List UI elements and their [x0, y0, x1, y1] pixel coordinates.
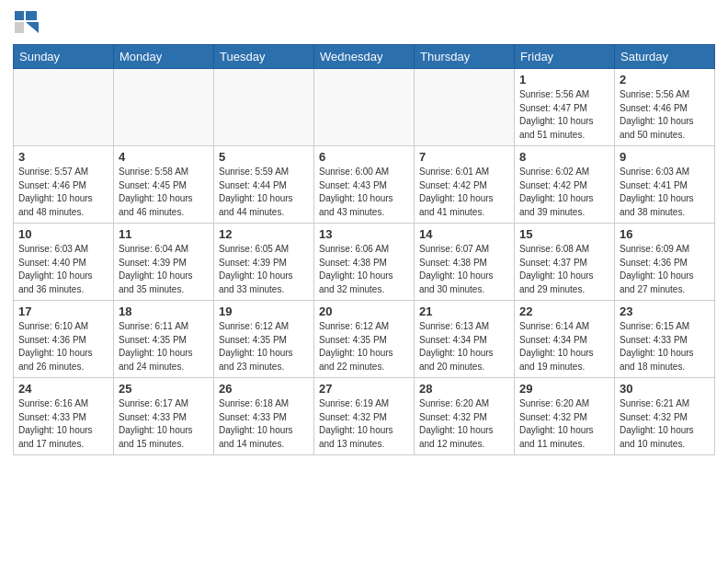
day-number: 20: [319, 304, 409, 318]
cell-info: Sunrise: 6:13 AM Sunset: 4:34 PM Dayligh…: [419, 320, 509, 373]
day-number: 10: [18, 227, 108, 241]
col-header-monday: Monday: [114, 45, 214, 69]
calendar-cell: 26Sunrise: 6:18 AM Sunset: 4:33 PM Dayli…: [214, 378, 314, 455]
svg-rect-3: [15, 22, 24, 33]
cell-info: Sunrise: 6:02 AM Sunset: 4:42 PM Dayligh…: [519, 166, 609, 219]
logo: [13, 9, 40, 37]
day-number: 19: [219, 304, 309, 318]
col-header-sunday: Sunday: [14, 45, 114, 69]
calendar-cell: 8Sunrise: 6:02 AM Sunset: 4:42 PM Daylig…: [515, 146, 615, 224]
calendar-cell: 2Sunrise: 5:56 AM Sunset: 4:46 PM Daylig…: [615, 69, 715, 146]
calendar-table: SundayMondayTuesdayWednesdayThursdayFrid…: [13, 44, 715, 455]
cell-info: Sunrise: 6:06 AM Sunset: 4:38 PM Dayligh…: [319, 243, 409, 296]
day-number: 7: [419, 150, 509, 164]
cell-info: Sunrise: 6:03 AM Sunset: 4:40 PM Dayligh…: [18, 243, 108, 296]
calendar-week-1: 1Sunrise: 5:56 AM Sunset: 4:47 PM Daylig…: [14, 69, 715, 146]
day-number: 21: [419, 304, 509, 318]
cell-info: Sunrise: 6:12 AM Sunset: 4:35 PM Dayligh…: [319, 320, 409, 373]
calendar-cell: [314, 69, 415, 146]
day-number: 3: [18, 150, 108, 164]
cell-info: Sunrise: 6:01 AM Sunset: 4:42 PM Dayligh…: [419, 166, 509, 219]
calendar-cell: 4Sunrise: 5:58 AM Sunset: 4:45 PM Daylig…: [114, 146, 214, 224]
cell-info: Sunrise: 6:10 AM Sunset: 4:36 PM Dayligh…: [18, 320, 108, 373]
cell-info: Sunrise: 6:03 AM Sunset: 4:41 PM Dayligh…: [620, 166, 710, 219]
calendar-cell: 14Sunrise: 6:07 AM Sunset: 4:38 PM Dayli…: [415, 224, 515, 301]
cell-info: Sunrise: 6:14 AM Sunset: 4:34 PM Dayligh…: [519, 320, 609, 373]
col-header-tuesday: Tuesday: [214, 45, 314, 69]
cell-info: Sunrise: 6:21 AM Sunset: 4:32 PM Dayligh…: [620, 397, 710, 451]
calendar-cell: 18Sunrise: 6:11 AM Sunset: 4:35 PM Dayli…: [114, 301, 214, 378]
day-number: 17: [18, 304, 108, 318]
svg-rect-0: [15, 11, 24, 20]
cell-info: Sunrise: 6:08 AM Sunset: 4:37 PM Dayligh…: [519, 243, 609, 296]
day-number: 5: [219, 150, 309, 164]
calendar-cell: 19Sunrise: 6:12 AM Sunset: 4:35 PM Dayli…: [214, 301, 314, 378]
page: SundayMondayTuesdayWednesdayThursdayFrid…: [0, 0, 728, 465]
cell-info: Sunrise: 5:58 AM Sunset: 4:45 PM Dayligh…: [119, 166, 209, 219]
day-number: 12: [219, 227, 309, 241]
calendar-cell: [114, 69, 214, 146]
cell-info: Sunrise: 5:57 AM Sunset: 4:46 PM Dayligh…: [18, 166, 108, 219]
calendar-cell: 20Sunrise: 6:12 AM Sunset: 4:35 PM Dayli…: [314, 301, 415, 378]
cell-info: Sunrise: 6:00 AM Sunset: 4:43 PM Dayligh…: [319, 166, 409, 219]
day-number: 26: [219, 382, 309, 396]
calendar-cell: 29Sunrise: 6:20 AM Sunset: 4:32 PM Dayli…: [515, 378, 615, 455]
calendar-week-2: 3Sunrise: 5:57 AM Sunset: 4:46 PM Daylig…: [14, 146, 715, 224]
cell-info: Sunrise: 5:59 AM Sunset: 4:44 PM Dayligh…: [219, 166, 309, 219]
cell-info: Sunrise: 6:04 AM Sunset: 4:39 PM Dayligh…: [119, 243, 209, 296]
calendar-cell: 22Sunrise: 6:14 AM Sunset: 4:34 PM Dayli…: [515, 301, 615, 378]
calendar-cell: 24Sunrise: 6:16 AM Sunset: 4:33 PM Dayli…: [14, 378, 114, 455]
calendar-cell: 12Sunrise: 6:05 AM Sunset: 4:39 PM Dayli…: [214, 224, 314, 301]
svg-rect-1: [26, 11, 37, 20]
day-number: 18: [119, 304, 209, 318]
day-number: 8: [519, 150, 609, 164]
calendar-week-3: 10Sunrise: 6:03 AM Sunset: 4:40 PM Dayli…: [14, 224, 715, 301]
day-number: 4: [119, 150, 209, 164]
day-number: 30: [620, 382, 710, 396]
cell-info: Sunrise: 6:18 AM Sunset: 4:33 PM Dayligh…: [219, 397, 309, 451]
cell-info: Sunrise: 6:11 AM Sunset: 4:35 PM Dayligh…: [119, 320, 209, 373]
cell-info: Sunrise: 6:20 AM Sunset: 4:32 PM Dayligh…: [419, 397, 509, 451]
day-number: 15: [519, 227, 609, 241]
day-number: 16: [620, 227, 710, 241]
calendar-cell: 6Sunrise: 6:00 AM Sunset: 4:43 PM Daylig…: [314, 146, 415, 224]
calendar-cell: 10Sunrise: 6:03 AM Sunset: 4:40 PM Dayli…: [14, 224, 114, 301]
day-number: 9: [620, 150, 710, 164]
calendar-cell: 27Sunrise: 6:19 AM Sunset: 4:32 PM Dayli…: [314, 378, 415, 455]
cell-info: Sunrise: 6:20 AM Sunset: 4:32 PM Dayligh…: [519, 397, 609, 451]
day-number: 24: [18, 382, 108, 396]
calendar-cell: 21Sunrise: 6:13 AM Sunset: 4:34 PM Dayli…: [415, 301, 515, 378]
calendar-cell: 30Sunrise: 6:21 AM Sunset: 4:32 PM Dayli…: [615, 378, 715, 455]
cell-info: Sunrise: 6:19 AM Sunset: 4:32 PM Dayligh…: [319, 397, 409, 451]
cell-info: Sunrise: 5:56 AM Sunset: 4:47 PM Dayligh…: [519, 88, 609, 142]
logo-icon: [13, 9, 39, 35]
calendar-header-row: SundayMondayTuesdayWednesdayThursdayFrid…: [14, 45, 715, 69]
cell-info: Sunrise: 6:05 AM Sunset: 4:39 PM Dayligh…: [219, 243, 309, 296]
day-number: 11: [119, 227, 209, 241]
calendar-cell: [415, 69, 515, 146]
calendar-cell: 3Sunrise: 5:57 AM Sunset: 4:46 PM Daylig…: [14, 146, 114, 224]
col-header-wednesday: Wednesday: [314, 45, 415, 69]
day-number: 27: [319, 382, 409, 396]
cell-info: Sunrise: 6:15 AM Sunset: 4:33 PM Dayligh…: [620, 320, 710, 373]
calendar-cell: 1Sunrise: 5:56 AM Sunset: 4:47 PM Daylig…: [515, 69, 615, 146]
calendar-cell: 25Sunrise: 6:17 AM Sunset: 4:33 PM Dayli…: [114, 378, 214, 455]
calendar-cell: 7Sunrise: 6:01 AM Sunset: 4:42 PM Daylig…: [415, 146, 515, 224]
calendar-cell: 5Sunrise: 5:59 AM Sunset: 4:44 PM Daylig…: [214, 146, 314, 224]
calendar-cell: 23Sunrise: 6:15 AM Sunset: 4:33 PM Dayli…: [615, 301, 715, 378]
cell-info: Sunrise: 5:56 AM Sunset: 4:46 PM Dayligh…: [620, 88, 710, 142]
day-number: 14: [419, 227, 509, 241]
svg-marker-2: [26, 22, 39, 33]
calendar-week-4: 17Sunrise: 6:10 AM Sunset: 4:36 PM Dayli…: [14, 301, 715, 378]
cell-info: Sunrise: 6:09 AM Sunset: 4:36 PM Dayligh…: [620, 243, 710, 296]
calendar-week-5: 24Sunrise: 6:16 AM Sunset: 4:33 PM Dayli…: [14, 378, 715, 455]
day-number: 1: [519, 73, 609, 86]
day-number: 23: [620, 304, 710, 318]
calendar-cell: 16Sunrise: 6:09 AM Sunset: 4:36 PM Dayli…: [615, 224, 715, 301]
day-number: 28: [419, 382, 509, 396]
calendar-cell: 28Sunrise: 6:20 AM Sunset: 4:32 PM Dayli…: [415, 378, 515, 455]
calendar-cell: [214, 69, 314, 146]
calendar-cell: 17Sunrise: 6:10 AM Sunset: 4:36 PM Dayli…: [14, 301, 114, 378]
day-number: 29: [519, 382, 609, 396]
day-number: 2: [620, 73, 710, 86]
